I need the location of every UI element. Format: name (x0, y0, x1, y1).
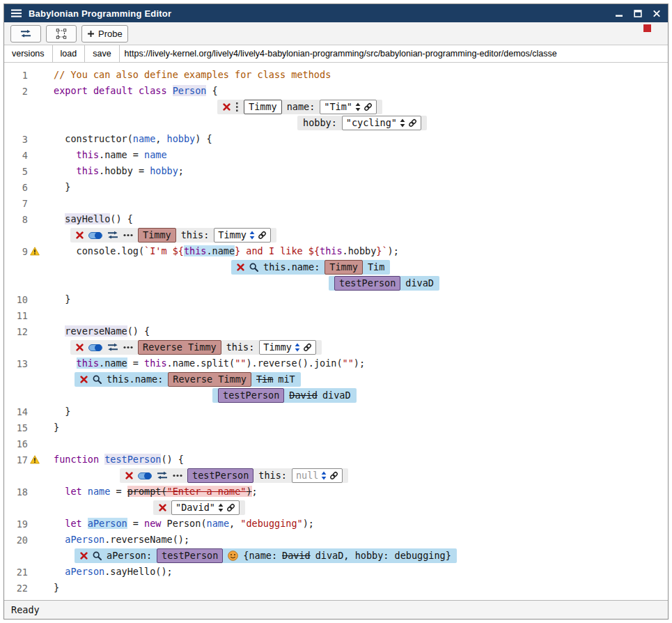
delete-icon[interactable] (80, 552, 88, 560)
link-icon[interactable] (226, 503, 235, 512)
code-line: sayHello() { (54, 211, 133, 227)
link-icon[interactable] (408, 118, 417, 128)
close-icon[interactable] (653, 10, 661, 17)
toggle-switch-icon[interactable] (88, 344, 102, 352)
instance-select[interactable]: Timmy (214, 228, 271, 243)
swap-button[interactable] (10, 25, 41, 43)
delete-icon[interactable] (223, 103, 230, 111)
code-token: } (54, 422, 59, 433)
widget-label: this.name: (107, 371, 163, 387)
code-token: hobby (167, 133, 196, 144)
code-token: this (320, 245, 343, 256)
swap-examples-icon[interactable] (157, 471, 168, 480)
code-line: this.name = this.name.split("").reverse(… (54, 355, 365, 371)
delete-icon[interactable] (80, 376, 88, 383)
swap-examples-icon[interactable] (107, 343, 118, 352)
delete-icon[interactable] (159, 504, 166, 512)
widget-label: {name: (243, 548, 277, 564)
add-probe-button[interactable]: Probe (81, 25, 128, 43)
toggle-switch-icon[interactable] (138, 472, 152, 480)
save-button[interactable]: save (85, 45, 119, 62)
delete-icon[interactable] (76, 231, 84, 239)
instance-select[interactable]: Timmy (259, 340, 316, 355)
editor-row: 13 this.name = this.name.split("").rever… (4, 355, 668, 371)
code-token: () { (110, 213, 133, 224)
warning-icon[interactable] (30, 455, 40, 464)
load-button[interactable]: load (53, 45, 86, 62)
example-badge[interactable]: Reverse Timmy (138, 340, 221, 355)
value-input[interactable]: "David" (171, 500, 240, 515)
example-marker: sayHello (65, 213, 110, 224)
value-input[interactable]: "cycling" (342, 116, 421, 130)
toggle-switch-icon[interactable] (88, 231, 102, 240)
example-widget: Timmythis:Timmy (70, 228, 276, 243)
probe-marker: aPerson (88, 518, 127, 529)
row-content: let name = prompt("Enter a name"); (43, 484, 668, 500)
gutter: 10 (4, 294, 43, 305)
plus-icon (87, 30, 95, 38)
more-options-icon[interactable] (123, 233, 133, 237)
url-input[interactable]: https://lively-kernel.org/lively4/lively… (120, 45, 668, 62)
probe-icon (93, 551, 102, 560)
stepper-icon[interactable] (218, 503, 224, 512)
link-icon[interactable] (364, 102, 373, 111)
widget-label: this: (258, 468, 287, 484)
code-line: function testPerson() { (54, 452, 184, 468)
row-content: sayHello() { (43, 211, 668, 227)
example-badge[interactable]: Reverse Timmy (168, 372, 251, 387)
row-content: constructor(name, hobby) { (43, 131, 668, 147)
status-indicator (643, 24, 651, 32)
menu-icon[interactable] (11, 9, 22, 17)
row-content: console.log(`I'm ${this.name} and I like… (43, 243, 668, 259)
function-badge[interactable]: testPerson (334, 276, 400, 291)
link-icon[interactable] (258, 231, 267, 240)
code-token: let (65, 486, 81, 497)
row-content: aPerson.sayHello(); (43, 564, 668, 580)
line-number: 16 (4, 438, 28, 449)
code-token (54, 534, 65, 545)
link-icon[interactable] (303, 343, 312, 352)
delete-icon[interactable] (125, 472, 133, 479)
stepper-icon[interactable] (355, 102, 361, 111)
instance-select[interactable]: null (292, 468, 343, 483)
gutter: 14 (4, 406, 43, 417)
minimize-icon[interactable] (615, 10, 623, 17)
value-input[interactable]: "Tim" (320, 100, 377, 114)
function-badge[interactable]: testPerson (187, 468, 253, 483)
code-token: ); (354, 357, 365, 369)
status-text: Ready (11, 604, 40, 615)
stepper-icon[interactable] (295, 343, 300, 352)
code-editor[interactable]: 1// You can also define examples for cla… (4, 63, 668, 600)
inspect-region-button[interactable] (46, 25, 77, 43)
function-badge[interactable]: testPerson (218, 388, 284, 403)
delete-icon[interactable] (237, 263, 244, 271)
maximize-icon[interactable] (634, 10, 642, 17)
swap-examples-icon[interactable] (107, 231, 118, 240)
example-badge[interactable]: Timmy (325, 260, 363, 275)
example-widget: Reverse Timmythis:Timmy (70, 340, 322, 355)
example-marker: Person (173, 85, 207, 96)
code-token: hobby (150, 165, 178, 176)
more-options-icon[interactable] (173, 474, 182, 477)
drag-handle-icon[interactable] (235, 102, 239, 112)
more-options-icon[interactable] (123, 346, 133, 349)
code-token: .hobby (343, 245, 377, 256)
delete-icon[interactable] (76, 344, 84, 351)
link-icon[interactable] (329, 471, 338, 480)
stepper-icon[interactable] (249, 231, 255, 240)
stepper-icon[interactable] (400, 118, 405, 128)
function-badge[interactable]: testPerson (157, 548, 223, 563)
warning-icon[interactable] (30, 247, 40, 256)
gutter: 20 (4, 534, 43, 546)
gutter: 11 (4, 310, 43, 321)
editor-row: 15} (4, 420, 668, 436)
editor-row: aPerson:testPerson{name:DaviddivaD, hobb… (4, 548, 668, 564)
example-badge[interactable]: Timmy (138, 228, 176, 243)
editor-row: 6 } (4, 179, 668, 195)
versions-button[interactable]: versions (4, 45, 53, 62)
instance-badge[interactable]: Timmy (244, 100, 282, 114)
editor-row: Timmythis:Timmy (4, 227, 668, 243)
stepper-icon[interactable] (321, 471, 327, 480)
code-token: "debugging" (240, 518, 302, 529)
row-content: "David" (43, 500, 668, 515)
